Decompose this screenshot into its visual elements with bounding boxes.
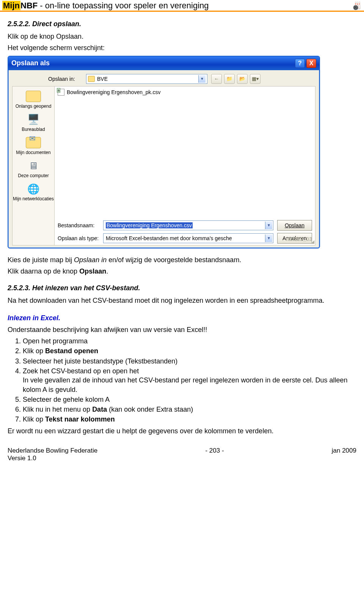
chevron-down-icon[interactable]: ▼ (265, 234, 272, 242)
resize-grip-icon[interactable]: ◢ (311, 239, 314, 244)
footer-org: Nederlandse Bowling Federatie (8, 447, 97, 455)
step-4: Zoek het CSV-bestand op en open het In v… (23, 366, 356, 394)
brand-suffix: NBF (20, 1, 38, 10)
after-dialog-line2: Klik daarna op de knop Opslaan. (8, 267, 356, 276)
chevron-down-icon[interactable]: ▼ (198, 75, 206, 83)
dialog-watermark: nbf252_03 (286, 236, 312, 242)
file-entry[interactable]: Bowlingvereniging Ergenshoven_pk.csv (58, 89, 312, 96)
place-desktop[interactable]: 🖥️ Bureaublad (22, 113, 45, 132)
subheading-inlezen-excel: Inlezen in Excel. (8, 313, 356, 322)
chevron-down-icon[interactable]: ▼ (265, 222, 272, 229)
page-header: MijnNBF - on-line toepassing voor speler… (0, 0, 364, 12)
dialog-title: Opslaan als (11, 59, 50, 67)
dialog-titlebar: Opslaan als ? X (8, 57, 319, 70)
back-icon[interactable]: ← (211, 74, 222, 84)
footer-version: Versie 1.0 (8, 455, 97, 462)
page-footer: Nederlandse Bowling Federatie Versie 1.0… (8, 447, 356, 462)
close-button[interactable]: X (306, 59, 316, 68)
bowling-icon: 🎳 (352, 1, 362, 10)
step-5: Selecteer de gehele kolom A (23, 395, 356, 404)
steps-list: Open het programma Klik op Bestand opene… (8, 337, 356, 424)
documents-icon (26, 137, 41, 148)
desktop-icon: 🖥️ (25, 113, 41, 126)
csv-intro: Na het downloaden van het CSV-bestand mo… (8, 296, 356, 305)
folder-icon (26, 91, 41, 102)
save-in-value: BVE (97, 76, 196, 82)
csv-file-icon (58, 89, 64, 96)
file-listing[interactable]: Bowlingvereniging Ergenshoven_pk.csv Bes… (54, 86, 315, 245)
place-network[interactable]: 🌐 Mijn netwerklocaties (13, 182, 54, 201)
file-entry-name: Bowlingvereniging Ergenshoven_pk.csv (67, 89, 160, 95)
filename-label: Bestandsnaam: (58, 222, 99, 228)
place-computer[interactable]: 🖥 Deze computer (18, 159, 49, 178)
step-3: Selecteer het juiste bestandstype (Tekst… (23, 357, 356, 366)
new-folder-icon[interactable]: 📂 (237, 74, 248, 84)
header-subtitle: - on-line toepassing voor speler en vere… (38, 1, 209, 10)
instr-screen-appears: Het volgende scherm verschijnt: (8, 43, 356, 52)
filename-value: Bowlingvereniging Ergenshoven.csv (106, 222, 193, 228)
filetype-value: Microsoft Excel-bestanden met door komma… (106, 235, 232, 241)
network-icon: 🌐 (25, 182, 41, 196)
save-as-dialog: Opslaan als ? X Opslaan in: BVE ▼ ← 📁 📂 … (8, 56, 320, 249)
step-7: Klik op Tekst naar kolommen (23, 415, 356, 424)
after-dialog-line1: Kies de juiste map bij Opslaan in en/of … (8, 255, 356, 264)
filetype-label: Opslaan als type: (58, 235, 99, 241)
filetype-dropdown[interactable]: Microsoft Excel-bestanden met door komma… (103, 233, 273, 243)
up-folder-icon[interactable]: 📁 (224, 74, 235, 84)
views-icon[interactable]: ▦▾ (250, 74, 260, 84)
footer-date: jan 2009 (332, 447, 356, 462)
step-2: Klik op Bestand openen (23, 346, 356, 355)
instr-click-opslaan: Klik op de knop Opslaan. (8, 32, 356, 41)
filename-field[interactable]: Bowlingvereniging Ergenshoven.csv ▼ (103, 220, 273, 230)
section-heading-direct-opslaan: 2.5.2.2. Direct opslaan. (8, 20, 356, 28)
help-button[interactable]: ? (295, 59, 305, 68)
save-in-label: Opslaan in: (48, 76, 82, 82)
save-button[interactable]: Opslaan (277, 220, 312, 231)
step-1: Open het programma (23, 337, 356, 346)
folder-icon (88, 76, 95, 82)
header-title: MijnNBF - on-line toepassing voor speler… (2, 1, 209, 11)
place-mydocs[interactable]: Mijn documenten (16, 136, 50, 155)
wizard-note: Er wordt nu een wizzard gestart die u he… (8, 426, 356, 436)
place-recent[interactable]: Onlangs geopend (16, 90, 52, 109)
excel-disclaimer: Onderstaande beschrijving kan afwijken v… (8, 325, 356, 334)
section-heading-inlezen-csv: 2.5.2.3. Het inlezen van het CSV-bestand… (8, 284, 356, 292)
places-bar: Onlangs geopend 🖥️ Bureaublad Mijn docum… (12, 86, 54, 245)
step-6: Klik nu in het menu op Data (kan ook ond… (23, 405, 356, 414)
computer-icon: 🖥 (25, 159, 41, 173)
footer-page-number: - 203 - (205, 447, 224, 462)
save-in-dropdown[interactable]: BVE ▼ (86, 74, 207, 84)
brand-prefix: Mijn (2, 1, 20, 10)
